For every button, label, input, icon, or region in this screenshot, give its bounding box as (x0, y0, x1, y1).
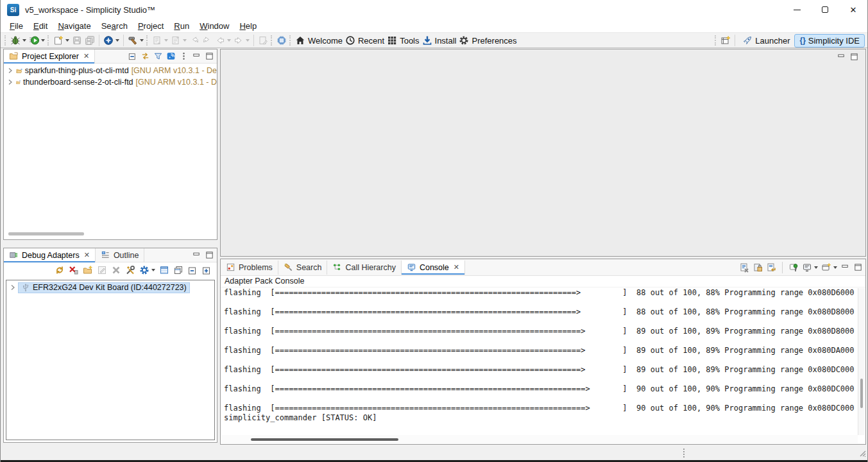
run-button[interactable] (28, 34, 46, 47)
adapter-settings-button[interactable] (139, 265, 155, 275)
maximize-view-button[interactable] (849, 52, 859, 62)
close-tab-icon[interactable]: ✕ (84, 251, 90, 259)
new-button[interactable] (52, 34, 71, 47)
hammer-icon (128, 35, 138, 46)
build-button[interactable] (126, 34, 145, 47)
close-tab-icon[interactable]: ✕ (83, 52, 89, 60)
pin-console-button[interactable] (788, 262, 799, 273)
project-decorator: [GNU ARM v10.3.1 - De (132, 66, 217, 75)
open-perspective-button[interactable] (719, 34, 732, 47)
tab-call-hierarchy[interactable]: Call Hierarchy (327, 261, 402, 275)
clear-console-button[interactable] (739, 262, 749, 273)
copy-layout-button[interactable] (173, 265, 183, 275)
install-button[interactable]: Install (421, 34, 458, 47)
menu-item-file[interactable]: File (4, 19, 28, 33)
tab-search[interactable]: Search (278, 261, 328, 275)
si-view-button[interactable] (166, 51, 176, 61)
filter-button[interactable] (153, 51, 163, 61)
debug-button[interactable] (9, 34, 28, 47)
maximize-view-button[interactable] (853, 262, 863, 272)
console-output: flashing [==============================… (221, 288, 858, 423)
console-vertical-scrollbar[interactable] (858, 288, 865, 435)
vertical-scrollbar-thumb[interactable] (860, 379, 863, 408)
tree-item-device[interactable]: EFR32xG24 Dev Kit Board (ID:440272723) (6, 282, 214, 293)
collapse-all-icon (187, 265, 198, 275)
expander-chevron-icon[interactable] (7, 67, 13, 74)
expander-chevron-icon[interactable] (7, 78, 13, 86)
disconnect-adapter-button[interactable] (69, 265, 79, 275)
tab-outline[interactable]: Outline (96, 248, 145, 262)
recent-button[interactable]: Recent (344, 34, 386, 47)
maximize-view-button[interactable] (205, 51, 214, 61)
build-dropdown-caret[interactable] (140, 39, 144, 42)
close-tab-icon[interactable]: ✕ (454, 263, 459, 271)
svg-text:c: c (19, 80, 21, 82)
minimize-view-button[interactable] (837, 52, 846, 62)
menu-item-navigate[interactable]: Navigate (53, 19, 96, 33)
minimize-view-button[interactable] (192, 250, 201, 260)
adapter-tools-button[interactable] (125, 265, 135, 275)
menu-item-search[interactable]: Search (96, 19, 133, 33)
expand-all-button[interactable] (201, 265, 212, 275)
project-explorer-tab-label: Project Explorer (22, 52, 79, 61)
tree-item-project[interactable]: c sparkfun-thing-plus-ot-cli-mtd [GNU AR… (4, 65, 217, 76)
toolbar-grip (47, 35, 49, 46)
collapse-all-button[interactable] (128, 51, 137, 61)
minimize-view-button[interactable] (192, 51, 201, 61)
toolbar-separator (99, 35, 99, 46)
preferences-button[interactable]: Preferences (457, 34, 518, 47)
collapse-all-button[interactable] (187, 265, 198, 275)
save-icon (72, 35, 82, 46)
launcher-perspective-button[interactable]: Launcher (738, 34, 794, 47)
tree-item-project[interactable]: c thunderboard-sense-2-ot-cli-ftd [GNU A… (4, 76, 217, 88)
word-wrap-button[interactable] (766, 262, 776, 273)
columns-view-button[interactable] (159, 265, 169, 275)
debug-config-button[interactable] (102, 34, 121, 47)
new-dropdown-caret[interactable] (65, 39, 69, 42)
svg-text:c: c (21, 68, 22, 71)
view-menu-button[interactable] (179, 51, 189, 61)
resize-grip[interactable] (858, 448, 866, 459)
tools-button[interactable]: Tools (386, 34, 420, 47)
menu-item-window[interactable]: Window (194, 19, 234, 33)
link-with-editor-button[interactable] (140, 51, 150, 61)
minimize-button[interactable] (783, 0, 811, 19)
flash-programmer-button[interactable] (275, 34, 288, 47)
console-horizontal-scrollbar[interactable] (221, 435, 858, 443)
expander-chevron-icon[interactable] (10, 284, 16, 291)
close-button[interactable]: ✕ (839, 0, 867, 19)
title-bar: Si v5_workspace - Simplicity Studio™ ✕ (1, 0, 867, 19)
adapter-settings-caret[interactable] (151, 269, 155, 271)
new-group-button[interactable] (83, 265, 93, 275)
open-console-button[interactable] (821, 262, 837, 273)
debug-config-dropdown-caret[interactable] (115, 39, 119, 42)
horizontal-scrollbar-thumb[interactable] (251, 438, 398, 441)
menu-item-project[interactable]: Project (133, 19, 169, 33)
display-console-caret[interactable] (814, 266, 818, 269)
tab-console[interactable]: Console ✕ (402, 261, 465, 275)
device-selection[interactable]: EFR32xG24 Dev Kit Board (ID:440272723) (19, 283, 189, 293)
tab-project-explorer[interactable]: Project Explorer ✕ (4, 49, 95, 64)
minimize-view-icon (192, 51, 201, 61)
welcome-button[interactable]: Welcome (294, 34, 344, 47)
maximize-view-button[interactable] (205, 250, 214, 260)
menu-item-help[interactable]: Help (234, 19, 262, 33)
display-console-button[interactable] (802, 262, 818, 273)
open-console-caret[interactable] (833, 266, 837, 269)
horizontal-scrollbar-thumb[interactable] (8, 232, 84, 235)
menu-item-edit[interactable]: Edit (28, 19, 53, 33)
welcome-label: Welcome (308, 36, 343, 46)
refresh-adapters-button[interactable] (55, 265, 65, 275)
console-body[interactable]: flashing [==============================… (221, 288, 858, 435)
tab-debug-adapters[interactable]: Debug Adapters ✕ (4, 248, 96, 262)
scroll-lock-button[interactable] (753, 262, 763, 273)
simplicity-ide-perspective-button[interactable]: {} Simplicity IDE (794, 34, 865, 47)
app-logo-icon: Si (7, 4, 19, 16)
open-console-icon (821, 262, 831, 273)
debug-dropdown-caret[interactable] (22, 39, 26, 42)
menu-item-run[interactable]: Run (169, 19, 194, 33)
tab-problems[interactable]: Problems (221, 261, 278, 275)
maximize-button[interactable] (811, 0, 839, 19)
run-dropdown-caret[interactable] (41, 39, 45, 42)
minimize-view-button[interactable] (840, 262, 850, 272)
